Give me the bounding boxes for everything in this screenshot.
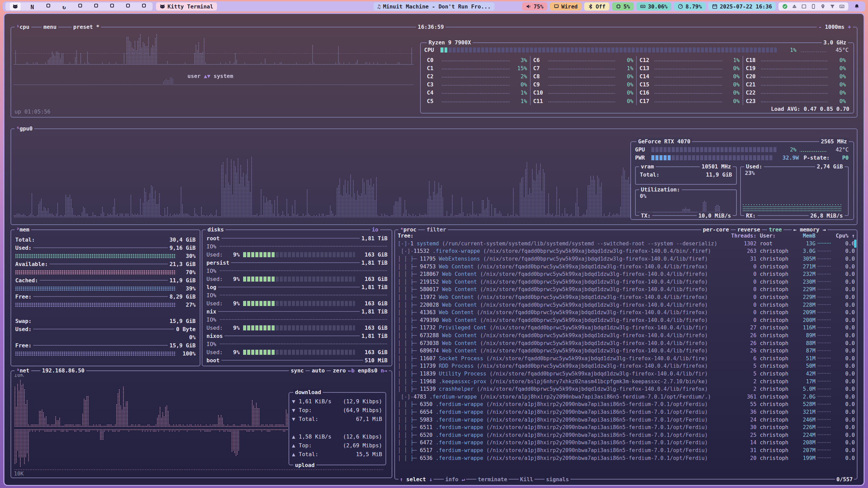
workspace-7[interactable]: [110, 3, 116, 10]
download-label: Total:: [299, 416, 318, 422]
memory-module[interactable]: 30.06%: [636, 2, 671, 11]
auto-toggle[interactable]: auto: [310, 367, 327, 374]
process-cpu-graph: [815, 434, 833, 436]
bluetooth-module[interactable]: Off: [584, 2, 609, 11]
process-row[interactable]: │ │ ├─ 11732 Privileged Cont (/nix/store…: [398, 324, 855, 332]
process-info: [-]-4783 .ferdium-wrappe (/nix/store/a1p…: [398, 394, 728, 400]
process-row[interactable]: │ │ ├─ 689674 Web Content (/nix/store/fq…: [398, 347, 855, 355]
workspace-2[interactable]: N: [30, 3, 37, 10]
keyboard-icon[interactable]: [839, 4, 845, 9]
funnel-icon[interactable]: [830, 4, 835, 9]
process-row[interactable]: [-]-4783 .ferdium-wrappe (/nix/store/a1p…: [398, 393, 855, 401]
footer-action-info[interactable]: info ↵: [444, 476, 466, 483]
workspace-6[interactable]: [94, 3, 100, 10]
footer-action-kill[interactable]: Kill: [519, 476, 535, 483]
process-name: Web Content: [442, 271, 480, 277]
process-row[interactable]: │ │ ├─ 94753 Web Content (/nix/store/fqa…: [398, 263, 855, 270]
clock: 16:36:59: [416, 23, 446, 30]
process-row[interactable]: │ │ ├─ 11607 Socket Process (/nix/store/…: [398, 355, 855, 363]
threads-column-header[interactable]: Threads:: [728, 233, 756, 239]
process-row[interactable]: │ │ ├─ 5983 .ferdium-wrappe (/nix/store/…: [398, 416, 855, 424]
process-name: .firefox-wrappe: [433, 248, 483, 254]
process-row[interactable]: │ │ ├─ 220028 Web Content (/nix/store/fq…: [398, 301, 855, 309]
process-row[interactable]: │ │ ├─ 6536 .ferdium-wrappe (/nix/store/…: [398, 454, 855, 462]
per-core-toggle[interactable]: per-core: [701, 226, 731, 233]
footer-action-select[interactable]: ↑ select ↓: [398, 476, 434, 483]
core-C18: C180%: [746, 56, 846, 64]
disk-nix: nix1,81 TiB: [206, 307, 388, 316]
scrollbar-thumb[interactable]: [854, 240, 856, 248]
check-circle-icon[interactable]: [782, 4, 788, 9]
workspace-5[interactable]: [78, 3, 84, 10]
window-icon[interactable]: [801, 4, 807, 9]
process-row[interactable]: │ │ ├─ 11972 Web Content (/nix/store/fqa…: [398, 293, 855, 301]
process-row[interactable]: │ │ ├─ 11739 RDD Process (/nix/store/fqa…: [398, 362, 855, 370]
filter-button[interactable]: filter: [425, 226, 448, 233]
io-label: IO%: [206, 317, 220, 323]
process-row[interactable]: │ │ ├─ 479390 Web Content (/nix/store/fq…: [398, 317, 855, 324]
menu-button[interactable]: menu: [42, 23, 58, 30]
stat-value: 9,16 GiB: [170, 245, 196, 251]
vram-used-box: Used: 2,74 GiB 23% RX: 26,8 MiB/s: [740, 166, 849, 216]
process-user: christoph: [756, 417, 794, 423]
io-mode-button[interactable]: io: [370, 226, 380, 233]
sync-toggle[interactable]: sync: [289, 367, 305, 374]
process-threads: 26: [728, 332, 756, 339]
location-pin-icon[interactable]: [820, 4, 826, 9]
workspace-3[interactable]: [46, 3, 53, 10]
process-row[interactable]: │ │ ├─ 6654 .ferdium-wrappe (/nix/store/…: [398, 408, 855, 416]
cpu-column-header[interactable]: Cpu% ↑: [833, 233, 855, 239]
boat-icon[interactable]: [792, 4, 797, 9]
workspace-1[interactable]: [10, 2, 21, 11]
clock-module[interactable]: 2025-07-22 16:36: [708, 2, 776, 11]
process-row[interactable]: │ │ ├─ 6520 .ferdium-wrappe (/nix/store/…: [398, 431, 855, 439]
process-row[interactable]: │ │ ├─ 218067 Web Content (/nix/store/fq…: [398, 270, 855, 278]
disk-module[interactable]: 8.79%: [674, 2, 706, 11]
leader-line: [218, 287, 360, 287]
zero-toggle[interactable]: zero: [331, 367, 348, 374]
reverse-toggle[interactable]: reverse: [736, 226, 762, 233]
workspace-9[interactable]: [141, 3, 148, 10]
footer-action-signals[interactable]: signals: [545, 476, 570, 483]
workspace-switcher[interactable]: N↻: [5, 2, 153, 11]
interface-switcher[interactable]: ←b enp8s0 n→: [346, 367, 389, 374]
update-interval-control[interactable]: - 1000ms +: [817, 23, 853, 30]
process-cpu-graph: [815, 419, 833, 421]
network-module[interactable]: Wired: [550, 2, 581, 11]
process-command: (/nix/store/fqadd0bprwc5yw5k99xajbdqd1dz…: [477, 363, 708, 369]
core-C0: C03%: [427, 56, 527, 64]
process-user: christoph: [756, 371, 794, 377]
cpu-module[interactable]: 5%: [612, 2, 634, 11]
process-user: christoph: [756, 348, 794, 354]
footer-action-terminate[interactable]: terminate: [476, 476, 509, 483]
memory-column-header[interactable]: MemB: [794, 233, 815, 239]
workspace-8[interactable]: [125, 3, 132, 10]
tree-toggle[interactable]: tree: [767, 226, 784, 233]
process-row[interactable]: [-]-11532 .firefox-wrappe (/nix/store/fq…: [398, 247, 855, 255]
sort-column-switcher[interactable]: ← memory →: [792, 226, 828, 233]
process-user: christoph: [756, 401, 794, 407]
notifications-button[interactable]: [851, 2, 863, 11]
phone-icon[interactable]: [811, 4, 816, 9]
process-row[interactable]: │ │ ├─ 6472 .ferdium-wrappe (/nix/store/…: [398, 439, 855, 447]
process-row[interactable]: │ │ ├─ 11968 .keepassxc-prox (/nix/store…: [398, 378, 855, 385]
process-row[interactable]: [-]-1 systemd (/run/current-system/syste…: [398, 240, 855, 248]
user-column-header[interactable]: User:: [756, 233, 794, 239]
process-row[interactable]: │ │ ├─ 11539 crashhelper (/nix/store/fqa…: [398, 385, 855, 393]
process-row[interactable]: │ │ ├─ 219152 Web Content (/nix/store/fq…: [398, 278, 855, 286]
core-usage-graph: [442, 68, 510, 70]
process-row[interactable]: │ │ ├─ 580017 Web Content (/nix/store/fq…: [398, 286, 855, 293]
process-row[interactable]: │ │ ├─ 11839 Utility Process (/nix/store…: [398, 370, 855, 378]
process-row[interactable]: │ │ ├─ 673038 Web Content (/nix/store/fq…: [398, 339, 855, 347]
process-row[interactable]: │ │ ├─ 6350 .ferdium-wrappe (/nix/store/…: [398, 401, 855, 408]
preset-button[interactable]: preset *: [72, 23, 101, 30]
workspace-4[interactable]: ↻: [62, 3, 68, 10]
process-row[interactable]: │ │ ├─ 6517 .ferdium-wrappe (/nix/store/…: [398, 447, 855, 454]
active-window-pill[interactable]: Kitty Terminal: [156, 2, 217, 11]
media-player-pill[interactable]: ♫ Minuit Machine - Don't Run Fro...: [374, 2, 495, 11]
process-row[interactable]: │ │ ├─ 41363 Web Content (/nix/store/fqa…: [398, 309, 855, 317]
process-row[interactable]: │ │ ├─ 673288 Web Content (/nix/store/fq…: [398, 332, 855, 340]
volume-module[interactable]: 75%: [522, 2, 547, 11]
process-row[interactable]: │ │ ├─ 6511 .ferdium-wrappe (/nix/store/…: [398, 424, 855, 431]
process-row[interactable]: │ │ ├─ 11795 WebExtensions (/nix/store/f…: [398, 255, 855, 263]
